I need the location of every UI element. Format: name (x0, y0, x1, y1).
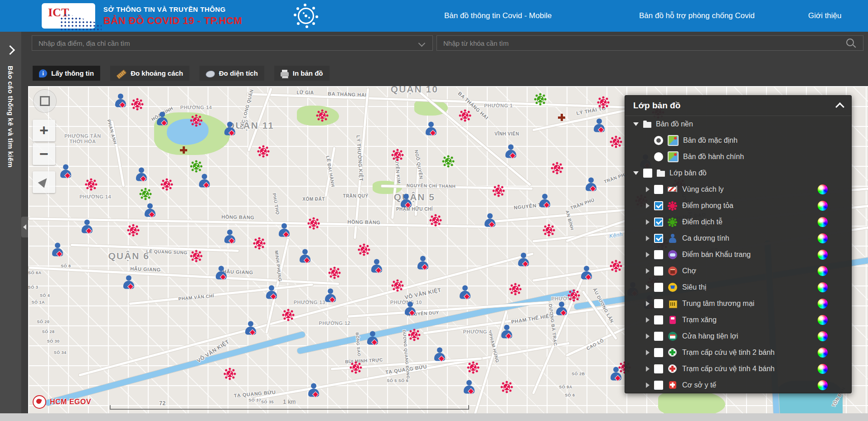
layer-checkbox[interactable] (654, 201, 663, 210)
fullscreen-button[interactable] (34, 90, 56, 112)
map-marker[interactable] (163, 181, 170, 188)
map-marker[interactable] (361, 247, 368, 253)
map-marker[interactable] (87, 181, 94, 188)
color-wheel-icon[interactable] (818, 282, 828, 292)
map-marker[interactable] (445, 158, 451, 165)
expand-layer-icon[interactable] (646, 285, 650, 290)
map-marker[interactable] (371, 259, 383, 273)
color-wheel-icon[interactable] (818, 184, 828, 194)
layer-row[interactable]: Cơ sở y tế (625, 377, 851, 393)
color-wheel-icon[interactable] (818, 201, 828, 211)
map-marker[interactable] (215, 266, 227, 280)
collapse-panel-tab[interactable] (21, 217, 28, 237)
map-marker[interactable] (352, 364, 359, 371)
map-marker[interactable] (394, 282, 401, 289)
nav-link[interactable]: Giới thiệu (808, 0, 842, 32)
color-wheel-icon[interactable] (818, 364, 828, 374)
layer-checkbox[interactable] (654, 185, 663, 194)
map-marker[interactable] (310, 220, 317, 227)
map-marker[interactable] (199, 174, 210, 188)
group-checkbox[interactable] (643, 169, 652, 178)
layer-checkbox[interactable] (654, 364, 663, 373)
expand-layer-icon[interactable] (646, 236, 650, 241)
expand-layer-icon[interactable] (646, 317, 650, 323)
layer-checkbox[interactable] (654, 234, 663, 243)
map-marker[interactable] (581, 266, 592, 280)
map-marker[interactable] (260, 148, 267, 155)
map-marker[interactable] (512, 286, 519, 292)
layer-checkbox[interactable] (654, 348, 663, 357)
map-marker[interactable] (518, 252, 529, 266)
map-marker[interactable] (60, 164, 72, 178)
map-marker[interactable] (400, 194, 412, 208)
map-marker[interactable] (130, 227, 136, 233)
layer-row[interactable]: Trung tâm thương mại (625, 295, 851, 312)
toolbar-button[interactable]: Đo khoảng cách (110, 66, 189, 81)
layer-checkbox[interactable] (654, 299, 663, 308)
layer-checkbox[interactable] (654, 381, 663, 390)
map-marker[interactable] (52, 243, 63, 257)
map-marker[interactable] (285, 312, 292, 319)
map-marker[interactable] (266, 285, 277, 299)
base-map-option[interactable]: Bản đồ mặc định (625, 132, 851, 149)
expand-sidebar-icon[interactable] (5, 45, 15, 55)
map-marker[interactable] (81, 220, 93, 234)
layer-checkbox[interactable] (654, 332, 663, 341)
map-marker[interactable] (299, 249, 311, 263)
map-marker[interactable] (123, 276, 135, 290)
base-map-group[interactable]: Bản đồ nền (625, 116, 851, 132)
map-marker[interactable] (600, 99, 607, 106)
color-wheel-icon[interactable] (818, 315, 828, 325)
toolbar-button[interactable]: Đo diện tích (199, 66, 264, 81)
color-wheel-icon[interactable] (818, 266, 828, 276)
map-marker[interactable] (319, 112, 325, 119)
report-sidebar[interactable]: Báo cáo thống kê và tìm kiếm (0, 32, 22, 413)
caret-down-icon[interactable] (633, 122, 639, 126)
expand-layer-icon[interactable] (646, 203, 650, 208)
expand-layer-icon[interactable] (646, 350, 650, 355)
map-marker[interactable] (134, 101, 141, 107)
map-marker[interactable] (505, 145, 517, 159)
keyword-search-input[interactable] (436, 35, 863, 51)
color-wheel-icon[interactable] (818, 380, 828, 390)
map-marker[interactable] (571, 292, 577, 299)
map-marker[interactable] (156, 112, 168, 126)
expand-layer-icon[interactable] (646, 334, 650, 339)
map-marker[interactable] (142, 191, 149, 198)
address-search-input[interactable] (32, 35, 433, 51)
map-marker[interactable] (593, 118, 605, 132)
expand-layer-icon[interactable] (646, 252, 650, 257)
zoom-out-button[interactable]: − (33, 143, 55, 165)
map-marker[interactable] (459, 285, 471, 299)
layer-checkbox[interactable] (654, 283, 663, 292)
radio-icon[interactable] (654, 136, 663, 145)
color-wheel-icon[interactable] (818, 250, 828, 260)
layer-row[interactable]: Điểm dịch tễ (625, 214, 851, 230)
map-marker[interactable] (610, 367, 622, 381)
map-marker[interactable] (193, 163, 199, 169)
nav-link[interactable]: Bản đồ thông tin Covid - Mobile (444, 0, 552, 32)
layer-checkbox[interactable] (654, 266, 663, 276)
layer-group[interactable]: Lớp bản đồ (625, 165, 851, 181)
map-marker[interactable] (613, 263, 620, 270)
map-marker[interactable] (394, 151, 401, 158)
map-marker[interactable] (501, 324, 513, 339)
map-marker[interactable] (463, 380, 475, 394)
map-marker[interactable] (537, 96, 544, 102)
map-marker[interactable] (325, 289, 336, 303)
toolbar-button[interactable]: Lấy thông tin (33, 66, 100, 81)
map-marker[interactable] (115, 94, 126, 108)
color-wheel-icon[interactable] (818, 331, 828, 341)
map-marker[interactable] (367, 331, 378, 345)
base-map-option[interactable]: Bản đồ hành chính (625, 149, 851, 165)
layer-checkbox[interactable] (654, 315, 663, 324)
layer-row[interactable]: Siêu thị (625, 279, 851, 295)
map-marker[interactable] (484, 213, 496, 227)
map-marker[interactable] (504, 384, 510, 391)
layer-row[interactable]: Trạm xăng (625, 312, 851, 328)
map-marker[interactable] (495, 188, 502, 194)
nav-link[interactable]: Bản đồ hỗ trợ phòng chống Covid (639, 0, 755, 32)
map-marker[interactable] (224, 121, 236, 135)
layer-checkbox[interactable] (654, 218, 663, 227)
map-marker[interactable] (256, 240, 262, 247)
